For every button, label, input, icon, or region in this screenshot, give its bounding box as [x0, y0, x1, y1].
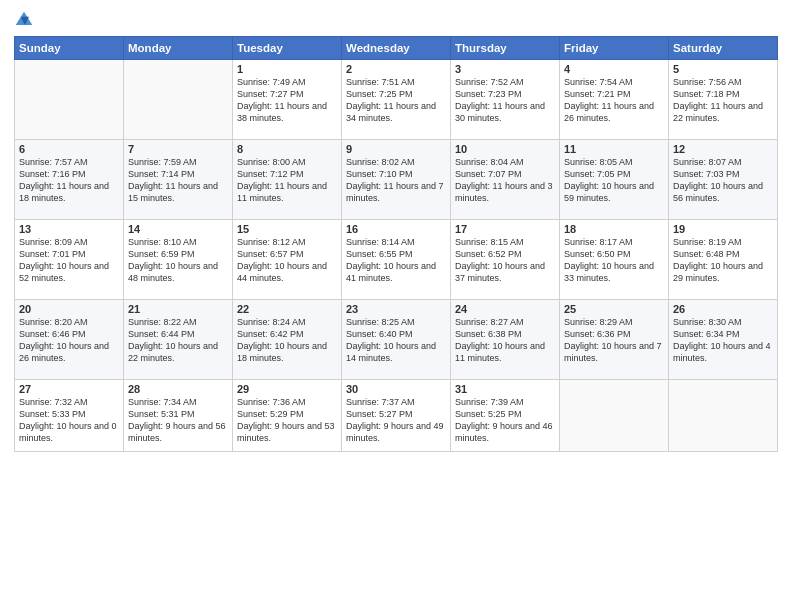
- day-number: 11: [564, 143, 664, 155]
- day-info: Sunrise: 8:25 AMSunset: 6:40 PMDaylight:…: [346, 316, 446, 365]
- calendar-week-row: 20Sunrise: 8:20 AMSunset: 6:46 PMDayligh…: [15, 300, 778, 380]
- day-number: 14: [128, 223, 228, 235]
- day-info: Sunrise: 7:52 AMSunset: 7:23 PMDaylight:…: [455, 76, 555, 125]
- weekday-header-sunday: Sunday: [15, 37, 124, 60]
- weekday-header-friday: Friday: [560, 37, 669, 60]
- day-info: Sunrise: 7:32 AMSunset: 5:33 PMDaylight:…: [19, 396, 119, 445]
- calendar-cell: [669, 380, 778, 452]
- day-number: 3: [455, 63, 555, 75]
- calendar-cell: 23Sunrise: 8:25 AMSunset: 6:40 PMDayligh…: [342, 300, 451, 380]
- day-number: 10: [455, 143, 555, 155]
- day-info: Sunrise: 7:57 AMSunset: 7:16 PMDaylight:…: [19, 156, 119, 205]
- day-number: 17: [455, 223, 555, 235]
- day-info: Sunrise: 8:24 AMSunset: 6:42 PMDaylight:…: [237, 316, 337, 365]
- day-number: 31: [455, 383, 555, 395]
- day-number: 15: [237, 223, 337, 235]
- logo: [14, 10, 36, 30]
- calendar-cell: 31Sunrise: 7:39 AMSunset: 5:25 PMDayligh…: [451, 380, 560, 452]
- calendar-cell: 1Sunrise: 7:49 AMSunset: 7:27 PMDaylight…: [233, 60, 342, 140]
- day-number: 26: [673, 303, 773, 315]
- day-number: 29: [237, 383, 337, 395]
- day-number: 24: [455, 303, 555, 315]
- day-number: 28: [128, 383, 228, 395]
- calendar-cell: 12Sunrise: 8:07 AMSunset: 7:03 PMDayligh…: [669, 140, 778, 220]
- calendar-cell: [560, 380, 669, 452]
- calendar-cell: 3Sunrise: 7:52 AMSunset: 7:23 PMDaylight…: [451, 60, 560, 140]
- calendar-cell: 15Sunrise: 8:12 AMSunset: 6:57 PMDayligh…: [233, 220, 342, 300]
- day-info: Sunrise: 7:37 AMSunset: 5:27 PMDaylight:…: [346, 396, 446, 445]
- day-info: Sunrise: 8:09 AMSunset: 7:01 PMDaylight:…: [19, 236, 119, 285]
- day-info: Sunrise: 8:17 AMSunset: 6:50 PMDaylight:…: [564, 236, 664, 285]
- day-info: Sunrise: 8:22 AMSunset: 6:44 PMDaylight:…: [128, 316, 228, 365]
- calendar-cell: 21Sunrise: 8:22 AMSunset: 6:44 PMDayligh…: [124, 300, 233, 380]
- calendar-cell: 8Sunrise: 8:00 AMSunset: 7:12 PMDaylight…: [233, 140, 342, 220]
- calendar-cell: [124, 60, 233, 140]
- day-info: Sunrise: 8:20 AMSunset: 6:46 PMDaylight:…: [19, 316, 119, 365]
- calendar-cell: 17Sunrise: 8:15 AMSunset: 6:52 PMDayligh…: [451, 220, 560, 300]
- day-info: Sunrise: 8:07 AMSunset: 7:03 PMDaylight:…: [673, 156, 773, 205]
- day-info: Sunrise: 8:10 AMSunset: 6:59 PMDaylight:…: [128, 236, 228, 285]
- day-number: 6: [19, 143, 119, 155]
- day-info: Sunrise: 8:30 AMSunset: 6:34 PMDaylight:…: [673, 316, 773, 365]
- calendar-week-row: 27Sunrise: 7:32 AMSunset: 5:33 PMDayligh…: [15, 380, 778, 452]
- calendar-cell: 10Sunrise: 8:04 AMSunset: 7:07 PMDayligh…: [451, 140, 560, 220]
- calendar-cell: [15, 60, 124, 140]
- weekday-header-wednesday: Wednesday: [342, 37, 451, 60]
- calendar-cell: 18Sunrise: 8:17 AMSunset: 6:50 PMDayligh…: [560, 220, 669, 300]
- day-info: Sunrise: 7:36 AMSunset: 5:29 PMDaylight:…: [237, 396, 337, 445]
- day-info: Sunrise: 8:04 AMSunset: 7:07 PMDaylight:…: [455, 156, 555, 205]
- calendar-cell: 26Sunrise: 8:30 AMSunset: 6:34 PMDayligh…: [669, 300, 778, 380]
- day-number: 21: [128, 303, 228, 315]
- day-info: Sunrise: 8:02 AMSunset: 7:10 PMDaylight:…: [346, 156, 446, 205]
- calendar-week-row: 13Sunrise: 8:09 AMSunset: 7:01 PMDayligh…: [15, 220, 778, 300]
- calendar-week-row: 6Sunrise: 7:57 AMSunset: 7:16 PMDaylight…: [15, 140, 778, 220]
- calendar-cell: 20Sunrise: 8:20 AMSunset: 6:46 PMDayligh…: [15, 300, 124, 380]
- calendar-cell: 24Sunrise: 8:27 AMSunset: 6:38 PMDayligh…: [451, 300, 560, 380]
- day-info: Sunrise: 7:49 AMSunset: 7:27 PMDaylight:…: [237, 76, 337, 125]
- day-number: 2: [346, 63, 446, 75]
- calendar-cell: 22Sunrise: 8:24 AMSunset: 6:42 PMDayligh…: [233, 300, 342, 380]
- calendar-cell: 13Sunrise: 8:09 AMSunset: 7:01 PMDayligh…: [15, 220, 124, 300]
- day-info: Sunrise: 7:39 AMSunset: 5:25 PMDaylight:…: [455, 396, 555, 445]
- calendar-cell: 19Sunrise: 8:19 AMSunset: 6:48 PMDayligh…: [669, 220, 778, 300]
- calendar-cell: 11Sunrise: 8:05 AMSunset: 7:05 PMDayligh…: [560, 140, 669, 220]
- calendar-cell: 14Sunrise: 8:10 AMSunset: 6:59 PMDayligh…: [124, 220, 233, 300]
- calendar-cell: 27Sunrise: 7:32 AMSunset: 5:33 PMDayligh…: [15, 380, 124, 452]
- calendar-cell: 16Sunrise: 8:14 AMSunset: 6:55 PMDayligh…: [342, 220, 451, 300]
- day-number: 13: [19, 223, 119, 235]
- calendar-cell: 25Sunrise: 8:29 AMSunset: 6:36 PMDayligh…: [560, 300, 669, 380]
- calendar-cell: 4Sunrise: 7:54 AMSunset: 7:21 PMDaylight…: [560, 60, 669, 140]
- day-info: Sunrise: 7:56 AMSunset: 7:18 PMDaylight:…: [673, 76, 773, 125]
- day-number: 27: [19, 383, 119, 395]
- day-number: 19: [673, 223, 773, 235]
- calendar-cell: 30Sunrise: 7:37 AMSunset: 5:27 PMDayligh…: [342, 380, 451, 452]
- calendar-header-row: SundayMondayTuesdayWednesdayThursdayFrid…: [15, 37, 778, 60]
- day-info: Sunrise: 7:51 AMSunset: 7:25 PMDaylight:…: [346, 76, 446, 125]
- calendar-container: SundayMondayTuesdayWednesdayThursdayFrid…: [0, 0, 792, 612]
- day-info: Sunrise: 8:29 AMSunset: 6:36 PMDaylight:…: [564, 316, 664, 365]
- day-number: 8: [237, 143, 337, 155]
- calendar-cell: 7Sunrise: 7:59 AMSunset: 7:14 PMDaylight…: [124, 140, 233, 220]
- weekday-header-saturday: Saturday: [669, 37, 778, 60]
- calendar-cell: 29Sunrise: 7:36 AMSunset: 5:29 PMDayligh…: [233, 380, 342, 452]
- logo-icon: [14, 10, 34, 30]
- day-number: 16: [346, 223, 446, 235]
- day-number: 7: [128, 143, 228, 155]
- day-info: Sunrise: 8:14 AMSunset: 6:55 PMDaylight:…: [346, 236, 446, 285]
- day-number: 5: [673, 63, 773, 75]
- calendar-cell: 28Sunrise: 7:34 AMSunset: 5:31 PMDayligh…: [124, 380, 233, 452]
- day-info: Sunrise: 8:12 AMSunset: 6:57 PMDaylight:…: [237, 236, 337, 285]
- day-info: Sunrise: 8:19 AMSunset: 6:48 PMDaylight:…: [673, 236, 773, 285]
- calendar-week-row: 1Sunrise: 7:49 AMSunset: 7:27 PMDaylight…: [15, 60, 778, 140]
- day-info: Sunrise: 8:15 AMSunset: 6:52 PMDaylight:…: [455, 236, 555, 285]
- day-number: 30: [346, 383, 446, 395]
- day-number: 22: [237, 303, 337, 315]
- day-number: 4: [564, 63, 664, 75]
- day-info: Sunrise: 7:54 AMSunset: 7:21 PMDaylight:…: [564, 76, 664, 125]
- day-number: 23: [346, 303, 446, 315]
- day-info: Sunrise: 8:00 AMSunset: 7:12 PMDaylight:…: [237, 156, 337, 205]
- day-number: 12: [673, 143, 773, 155]
- day-number: 18: [564, 223, 664, 235]
- day-info: Sunrise: 7:34 AMSunset: 5:31 PMDaylight:…: [128, 396, 228, 445]
- day-number: 20: [19, 303, 119, 315]
